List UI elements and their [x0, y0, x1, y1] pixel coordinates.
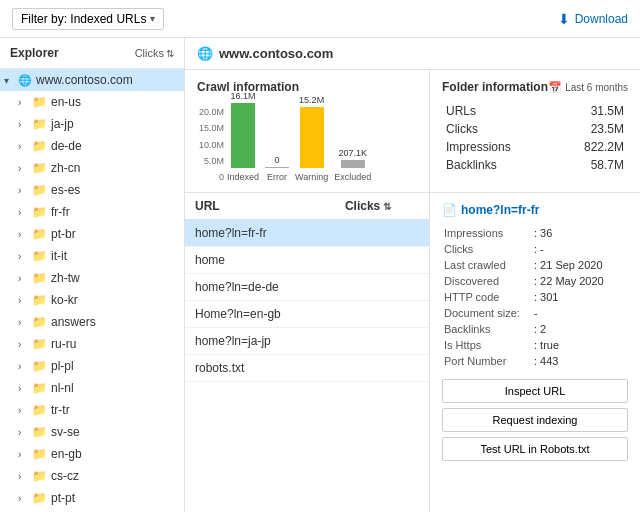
sidebar-item-ja-jp[interactable]: ›📁ja-jp [0, 113, 184, 135]
sidebar-item-cs-cz[interactable]: ›📁cs-cz [0, 465, 184, 487]
clicks-cell [335, 274, 429, 301]
action-btn-request-indexing[interactable]: Request indexing [442, 408, 628, 432]
url-table-row[interactable]: robots.txt [185, 355, 429, 382]
expand-icon[interactable]: › [18, 317, 32, 328]
folder-stat-label: Backlinks [442, 156, 554, 174]
sidebar-item-de-de[interactable]: ›📁de-de [0, 135, 184, 157]
expand-icon[interactable]: › [18, 185, 32, 196]
expand-icon[interactable]: › [18, 163, 32, 174]
expand-icon[interactable]: › [18, 405, 32, 416]
folder-icon: 📁 [32, 249, 47, 263]
detail-field-label: Is Https [442, 337, 532, 353]
expand-icon[interactable]: › [18, 141, 32, 152]
url-table-row[interactable]: home?ln=fr-fr [185, 220, 429, 247]
detail-field-value: : true [532, 337, 628, 353]
action-btn-inspect-url[interactable]: Inspect URL [442, 379, 628, 403]
sidebar-tree: ▾🌐www.contoso.com›📁en-us›📁ja-jp›📁de-de›📁… [0, 69, 184, 512]
y-axis: 20.0M 15.0M 10.0M 5.0M 0 [197, 107, 227, 182]
expand-icon[interactable]: › [18, 471, 32, 482]
url-table-container[interactable]: URL Clicks ⇅ home?ln=fr-frhomehome?ln=de… [185, 193, 430, 512]
sidebar-item-zh-cn[interactable]: ›📁zh-cn [0, 157, 184, 179]
chart-area: 20.0M 15.0M 10.0M 5.0M 0 16.1MIndexed0Er… [197, 102, 417, 182]
expand-icon[interactable]: › [18, 119, 32, 130]
sidebar-item-en-us[interactable]: ›📁en-us [0, 91, 184, 113]
url-table-row[interactable]: home?ln=ja-jp [185, 328, 429, 355]
folder-icon: 📁 [32, 381, 47, 395]
url-table-body: home?ln=fr-frhomehome?ln=de-deHome?ln=en… [185, 220, 429, 382]
sidebar-item-sv-se[interactable]: ›📁sv-se [0, 421, 184, 443]
url-table-row[interactable]: Home?ln=en-gb [185, 301, 429, 328]
sidebar-item-es-es[interactable]: ›📁es-es [0, 179, 184, 201]
action-btn-test-url-in-robots.txt[interactable]: Test URL in Robots.txt [442, 437, 628, 461]
detail-row: Is Https: true [442, 337, 628, 353]
expand-icon[interactable]: › [18, 207, 32, 218]
sidebar-item-en-gb[interactable]: ›📁en-gb [0, 443, 184, 465]
expand-icon[interactable]: › [18, 251, 32, 262]
expand-icon[interactable]: › [18, 493, 32, 504]
clicks-column-header[interactable]: Clicks ⇅ [335, 193, 429, 220]
detail-field-value: : 2 [532, 321, 628, 337]
folder-icon: 📁 [32, 227, 47, 241]
folder-icon: 📁 [32, 183, 47, 197]
bar-label: Error [267, 172, 287, 182]
expand-icon[interactable]: › [18, 97, 32, 108]
detail-field-label: Backlinks [442, 321, 532, 337]
expand-icon[interactable]: › [18, 427, 32, 438]
folder-stat-value: 31.5M [554, 102, 628, 120]
detail-field-value: : 22 May 2020 [532, 273, 628, 289]
expand-icon[interactable]: › [18, 449, 32, 460]
url-cell: home?ln=fr-fr [185, 220, 335, 247]
url-table-row[interactable]: home [185, 247, 429, 274]
detail-row: Backlinks: 2 [442, 321, 628, 337]
expand-icon[interactable]: › [18, 383, 32, 394]
sidebar-item-label: fr-fr [51, 205, 178, 219]
sidebar: Explorer Clicks ⇅ ▾🌐www.contoso.com›📁en-… [0, 38, 185, 512]
site-icon: 🌐 [18, 74, 32, 87]
sidebar-item-label: ja-jp [51, 117, 178, 131]
filter-button[interactable]: Filter by: Indexed URLs ▾ [12, 8, 164, 30]
sidebar-item-pl-pl[interactable]: ›📁pl-pl [0, 355, 184, 377]
folder-icon: 📁 [32, 359, 47, 373]
url-cell: home [185, 247, 335, 274]
url-table-row[interactable]: home?ln=de-de [185, 274, 429, 301]
folder-icon: 📁 [32, 315, 47, 329]
bar-value: 15.2M [299, 95, 324, 105]
sidebar-item-answers[interactable]: ›📁answers [0, 311, 184, 333]
sidebar-item-label: it-it [51, 249, 178, 263]
sidebar-item-label: es-es [51, 183, 178, 197]
detail-field-value: : 36 [532, 225, 628, 241]
detail-buttons: Inspect URLRequest indexingTest URL in R… [442, 379, 628, 461]
sidebar-item-tr-tr[interactable]: ›📁tr-tr [0, 399, 184, 421]
folder-stat-row: Impressions822.2M [442, 138, 628, 156]
sidebar-item-zh-tw[interactable]: ›📁zh-tw [0, 267, 184, 289]
sidebar-item-ru-ru[interactable]: ›📁ru-ru [0, 333, 184, 355]
sidebar-item-it-it[interactable]: ›📁it-it [0, 245, 184, 267]
detail-table: Impressions: 36Clicks: -Last crawled: 21… [442, 225, 628, 369]
folder-icon: 📁 [32, 139, 47, 153]
expand-icon[interactable]: › [18, 229, 32, 240]
expand-icon[interactable]: › [18, 361, 32, 372]
expand-icon[interactable]: ▾ [4, 75, 18, 86]
sidebar-item-nl-nl[interactable]: ›📁nl-nl [0, 377, 184, 399]
sidebar-item-root[interactable]: ▾🌐www.contoso.com [0, 69, 184, 91]
detail-row: Last crawled: 21 Sep 2020 [442, 257, 628, 273]
expand-icon[interactable]: › [18, 273, 32, 284]
page-icon: 📄 [442, 203, 457, 217]
sidebar-item-fr-fr[interactable]: ›📁fr-fr [0, 201, 184, 223]
expand-icon[interactable]: › [18, 295, 32, 306]
sidebar-item-label: sv-se [51, 425, 178, 439]
sidebar-item-pt-br[interactable]: ›📁pt-br [0, 223, 184, 245]
sidebar-item-label: pt-br [51, 227, 178, 241]
bar-rect [300, 107, 324, 168]
folder-stat-label: URLs [442, 102, 554, 120]
sidebar-item-pt-pt[interactable]: ›📁pt-pt [0, 487, 184, 509]
detail-row: Document size:- [442, 305, 628, 321]
clicks-sort-button[interactable]: Clicks ⇅ [135, 47, 174, 59]
download-button[interactable]: ⬇ Download [558, 11, 628, 27]
detail-row: HTTP code: 301 [442, 289, 628, 305]
expand-icon[interactable]: › [18, 339, 32, 350]
content-site-title: www.contoso.com [219, 46, 333, 61]
sidebar-item-ko-kr[interactable]: ›📁ko-kr [0, 289, 184, 311]
detail-field-label: Port Number [442, 353, 532, 369]
url-cell: robots.txt [185, 355, 335, 382]
